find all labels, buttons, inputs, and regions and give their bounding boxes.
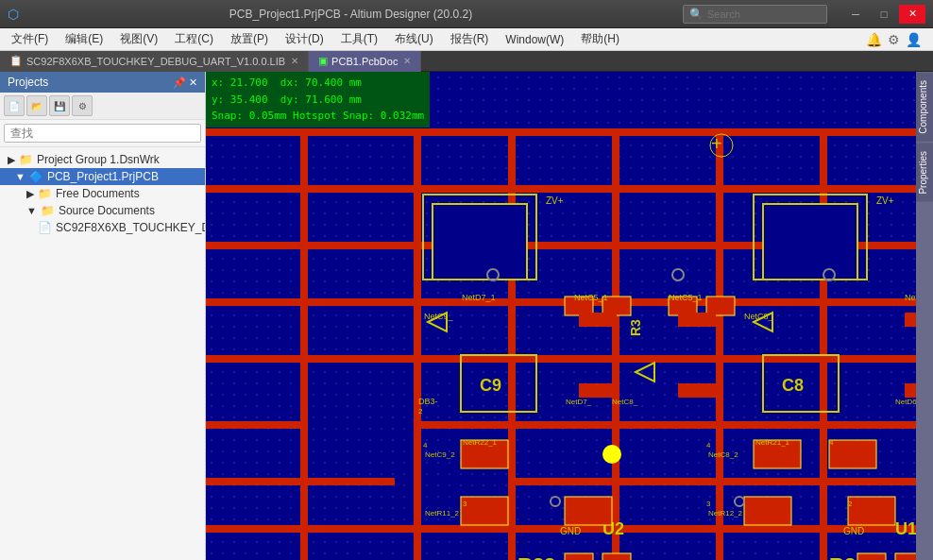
title-bar: ⬡ PCB_Project1.PrjPCB - Altium Designer … xyxy=(0,0,933,28)
open-button[interactable]: 📂 xyxy=(26,95,47,116)
svg-rect-10 xyxy=(414,128,421,560)
panel-pin-icon[interactable]: 📌 xyxy=(173,76,186,89)
svg-rect-9 xyxy=(300,128,308,560)
menu-route[interactable]: 布线(U) xyxy=(387,29,441,49)
new-doc-button[interactable]: 📄 xyxy=(4,95,25,116)
svg-rect-8 xyxy=(414,421,916,429)
search-bar[interactable]: 🔍 xyxy=(683,5,827,24)
svg-text:NetC8_2: NetC8_2 xyxy=(708,450,738,459)
right-sidebar: Components Properties xyxy=(916,72,933,560)
pcb-canvas[interactable]: x: 21.700 dx: 70.400 mm y: 35.400 dy: 71… xyxy=(206,72,916,560)
svg-text:R3: R3 xyxy=(628,319,643,336)
svg-text:NetR22_1: NetR22_1 xyxy=(463,438,498,447)
source-docs-icon: 📁 xyxy=(41,204,55,217)
svg-text:NetC8_: NetC8_ xyxy=(612,398,638,406)
maximize-button[interactable]: □ xyxy=(871,5,897,24)
menu-project[interactable]: 工程(C) xyxy=(167,29,221,49)
project-search-input[interactable] xyxy=(4,124,201,143)
menu-place[interactable]: 放置(P) xyxy=(223,29,276,49)
svg-rect-18 xyxy=(206,298,916,306)
projects-panel: Projects 📌 ✕ 📄 📂 💾 ⚙ ▶ 📁 Project Group 1… xyxy=(0,72,206,560)
svg-text:NetD7_1: NetD7_1 xyxy=(462,293,496,302)
notification-icon: 🔔 xyxy=(866,32,882,47)
svg-text:NetC9_: NetC9_ xyxy=(424,312,454,321)
svg-text:NetC8_: NetC8_ xyxy=(744,312,774,321)
svg-rect-93 xyxy=(678,313,716,327)
menu-report[interactable]: 报告(R) xyxy=(443,29,497,49)
svg-text:4: 4 xyxy=(423,441,428,450)
pcb-icon: ▣ xyxy=(318,55,328,67)
tree-item-project-group[interactable]: ▶ 📁 Project Group 1.DsnWrk xyxy=(0,151,205,168)
tab-pcb[interactable]: ▣ PCB1.PcbDoc ✕ xyxy=(309,51,421,72)
svg-rect-12 xyxy=(612,128,619,560)
search-input[interactable] xyxy=(707,8,821,20)
menu-file[interactable]: 文件(F) xyxy=(4,29,56,49)
svg-text:NetC5_1: NetC5_1 xyxy=(574,293,608,302)
svg-rect-72 xyxy=(857,553,886,560)
svg-text:NetD6_: NetD6_ xyxy=(895,398,916,406)
schematic-label: SC92F8X6XB_TOUCHKEY_DEBUG... xyxy=(56,221,205,234)
menu-window[interactable]: Window(W) xyxy=(498,31,571,48)
coord-snap: Snap: 0.05mm Hotspot Snap: 0.032mm xyxy=(212,108,424,125)
source-docs-collapse-icon: ▼ xyxy=(26,205,37,216)
tree-item-free-docs[interactable]: ▶ 📁 Free Documents xyxy=(0,185,205,202)
svg-rect-56 xyxy=(744,497,791,525)
svg-text:NetD7_: NetD7_ xyxy=(566,398,592,406)
menu-bar: 文件(F) 编辑(E) 视图(V) 工程(C) 放置(P) 设计(D) 工具(T… xyxy=(0,28,933,51)
svg-rect-73 xyxy=(895,553,916,560)
menu-design[interactable]: 设计(D) xyxy=(278,29,331,49)
svg-text:R22: R22 xyxy=(517,553,555,560)
svg-rect-7 xyxy=(206,421,300,429)
close-button[interactable]: ✕ xyxy=(899,5,925,24)
svg-text:C9: C9 xyxy=(480,376,501,395)
svg-rect-68 xyxy=(433,204,527,280)
tree-item-schematic[interactable]: 📄 SC92F8X6XB_TOUCHKEY_DEBUG... xyxy=(0,219,205,236)
tab-bar: 📋 SC92F8X6XB_TOUCHKEY_DEBUG_UART_V1.0.0.… xyxy=(0,51,933,72)
menu-view[interactable]: 视图(V) xyxy=(112,29,165,49)
menu-help[interactable]: 帮助(H) xyxy=(573,29,627,49)
free-docs-label: Free Documents xyxy=(56,187,140,200)
svg-rect-96 xyxy=(905,313,916,327)
save-button[interactable]: 💾 xyxy=(49,95,70,116)
svg-rect-2 xyxy=(206,72,916,560)
free-docs-expand-icon: ▶ xyxy=(26,188,34,200)
tree-item-pcb-project[interactable]: ▼ 🔷 PCB_Project1.PrjPCB xyxy=(0,168,205,185)
panel-close-icon[interactable]: ✕ xyxy=(189,76,197,89)
project-tree: ▶ 📁 Project Group 1.DsnWrk ▼ 🔷 PCB_Proje… xyxy=(0,147,205,560)
tab-lib-close[interactable]: ✕ xyxy=(291,56,298,66)
search-icon: 🔍 xyxy=(689,8,704,21)
svg-rect-97 xyxy=(905,383,916,398)
properties-tab[interactable]: Properties xyxy=(916,144,933,202)
svg-rect-16 xyxy=(206,185,916,193)
minimize-button[interactable]: ─ xyxy=(842,5,869,24)
pcb-project-icon: 🔷 xyxy=(29,170,43,183)
settings-button[interactable]: ⚙ xyxy=(72,95,93,116)
svg-rect-55 xyxy=(565,497,612,525)
tab-lib-label: SC92F8X6XB_TOUCHKEY_DEBUG_UART_V1.0.0.LI… xyxy=(26,56,285,67)
coordinate-overlay: x: 21.700 dx: 70.400 mm y: 35.400 dy: 71… xyxy=(206,72,430,127)
svg-rect-54 xyxy=(461,497,508,525)
tab-lib[interactable]: 📋 SC92F8X6XB_TOUCHKEY_DEBUG_UART_V1.0.0.… xyxy=(0,51,309,72)
pcb-project-label: PCB_Project1.PrjPCB xyxy=(47,170,159,183)
app-icon: ⬡ xyxy=(8,7,19,22)
svg-text:ZV+: ZV+ xyxy=(876,195,894,206)
svg-text:NetR21_1: NetR21_1 xyxy=(755,438,790,447)
schematic-icon: 📄 xyxy=(38,221,52,234)
project-group-icon: 📁 xyxy=(19,153,33,166)
menu-edit[interactable]: 编辑(E) xyxy=(58,29,110,49)
menu-tools[interactable]: 工具(T) xyxy=(333,29,385,49)
tree-item-source-docs[interactable]: ▼ 📁 Source Documents xyxy=(0,202,205,219)
components-tab[interactable]: Components xyxy=(916,73,933,142)
settings-icon: ⚙ xyxy=(888,32,900,47)
source-docs-label: Source Documents xyxy=(59,204,155,217)
window-title: PCB_Project1.PrjPCB - Altium Designer (2… xyxy=(19,8,683,21)
panel-title: Projects xyxy=(8,76,48,89)
free-docs-icon: 📁 xyxy=(38,187,52,200)
svg-rect-70 xyxy=(565,553,593,560)
project-group-label: Project Group 1.DsnWrk xyxy=(37,153,160,166)
tab-pcb-close[interactable]: ✕ xyxy=(403,56,411,66)
svg-text:GND: GND xyxy=(560,526,581,536)
main-layout: Projects 📌 ✕ 📄 📂 💾 ⚙ ▶ 📁 Project Group 1… xyxy=(0,72,933,560)
svg-rect-57 xyxy=(848,497,895,525)
coord-x: x: 21.700 dx: 70.400 mm xyxy=(212,75,424,92)
